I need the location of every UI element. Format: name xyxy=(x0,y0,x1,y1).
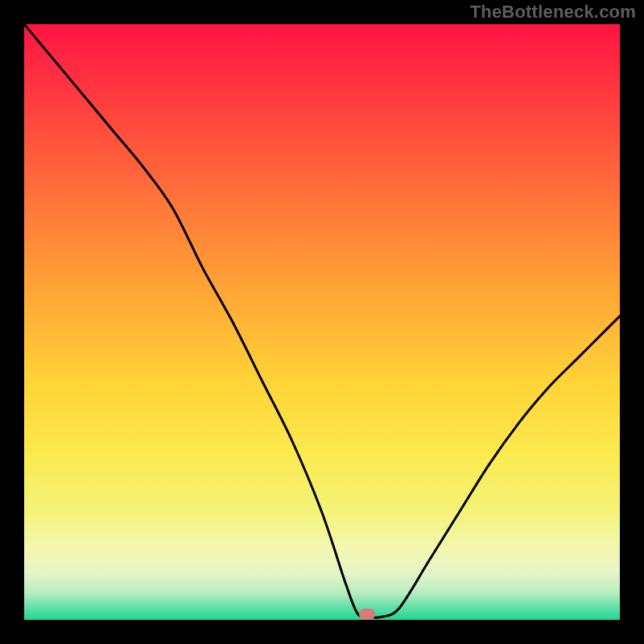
plot-area xyxy=(24,24,620,620)
chart-frame: TheBottleneck.com xyxy=(0,0,644,644)
watermark-text: TheBottleneck.com xyxy=(470,2,636,23)
optimal-point-marker xyxy=(359,609,375,620)
bottleneck-curve xyxy=(24,24,620,620)
